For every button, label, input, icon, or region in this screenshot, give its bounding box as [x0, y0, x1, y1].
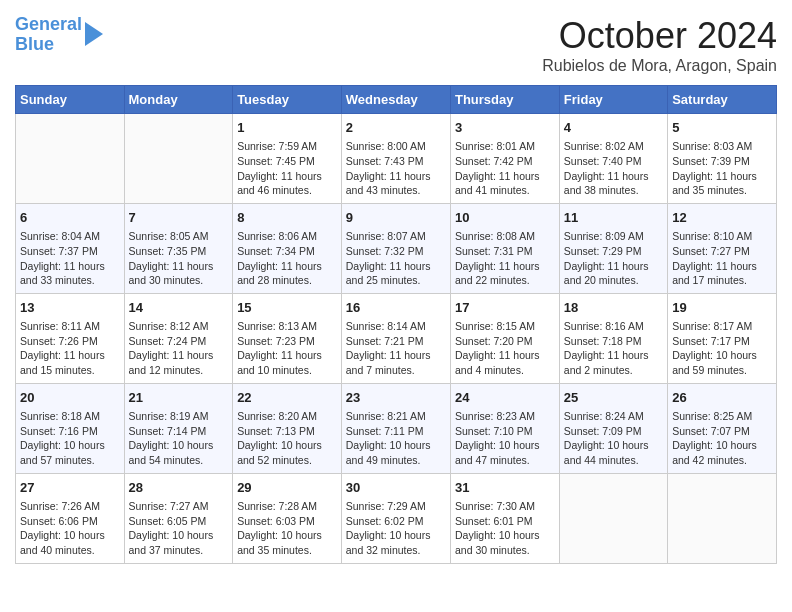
- calendar-day-cell: 23Sunrise: 8:21 AMSunset: 7:11 PMDayligh…: [341, 383, 450, 473]
- logo-general: General: [15, 14, 82, 34]
- day-of-week-header: Tuesday: [233, 86, 342, 114]
- day-detail: Sunrise: 8:03 AMSunset: 7:39 PMDaylight:…: [672, 139, 772, 198]
- day-detail: Sunrise: 8:18 AMSunset: 7:16 PMDaylight:…: [20, 409, 120, 468]
- day-number: 1: [237, 119, 337, 137]
- day-detail: Sunrise: 8:14 AMSunset: 7:21 PMDaylight:…: [346, 319, 446, 378]
- calendar-day-cell: 14Sunrise: 8:12 AMSunset: 7:24 PMDayligh…: [124, 293, 233, 383]
- logo-blue: Blue: [15, 34, 54, 54]
- day-number: 2: [346, 119, 446, 137]
- day-detail: Sunrise: 7:59 AMSunset: 7:45 PMDaylight:…: [237, 139, 337, 198]
- day-number: 13: [20, 299, 120, 317]
- day-number: 21: [129, 389, 229, 407]
- day-number: 18: [564, 299, 663, 317]
- calendar-day-cell: 30Sunrise: 7:29 AMSunset: 6:02 PMDayligh…: [341, 473, 450, 563]
- day-number: 8: [237, 209, 337, 227]
- day-detail: Sunrise: 8:21 AMSunset: 7:11 PMDaylight:…: [346, 409, 446, 468]
- day-detail: Sunrise: 8:17 AMSunset: 7:17 PMDaylight:…: [672, 319, 772, 378]
- day-number: 25: [564, 389, 663, 407]
- day-detail: Sunrise: 8:07 AMSunset: 7:32 PMDaylight:…: [346, 229, 446, 288]
- day-number: 24: [455, 389, 555, 407]
- calendar-day-cell: 8Sunrise: 8:06 AMSunset: 7:34 PMDaylight…: [233, 203, 342, 293]
- day-detail: Sunrise: 8:16 AMSunset: 7:18 PMDaylight:…: [564, 319, 663, 378]
- day-number: 20: [20, 389, 120, 407]
- day-detail: Sunrise: 8:20 AMSunset: 7:13 PMDaylight:…: [237, 409, 337, 468]
- day-number: 30: [346, 479, 446, 497]
- day-number: 6: [20, 209, 120, 227]
- calendar-day-cell: 1Sunrise: 7:59 AMSunset: 7:45 PMDaylight…: [233, 114, 342, 204]
- calendar-day-cell: 21Sunrise: 8:19 AMSunset: 7:14 PMDayligh…: [124, 383, 233, 473]
- calendar-body: 1Sunrise: 7:59 AMSunset: 7:45 PMDaylight…: [16, 114, 777, 564]
- day-number: 29: [237, 479, 337, 497]
- day-detail: Sunrise: 8:00 AMSunset: 7:43 PMDaylight:…: [346, 139, 446, 198]
- day-number: 27: [20, 479, 120, 497]
- day-number: 9: [346, 209, 446, 227]
- calendar-day-cell: 31Sunrise: 7:30 AMSunset: 6:01 PMDayligh…: [450, 473, 559, 563]
- day-detail: Sunrise: 7:26 AMSunset: 6:06 PMDaylight:…: [20, 499, 120, 558]
- logo-arrow-icon: [85, 22, 103, 46]
- calendar-week-row: 20Sunrise: 8:18 AMSunset: 7:16 PMDayligh…: [16, 383, 777, 473]
- day-detail: Sunrise: 8:05 AMSunset: 7:35 PMDaylight:…: [129, 229, 229, 288]
- calendar-header: SundayMondayTuesdayWednesdayThursdayFrid…: [16, 86, 777, 114]
- calendar-day-cell: 15Sunrise: 8:13 AMSunset: 7:23 PMDayligh…: [233, 293, 342, 383]
- calendar-week-row: 6Sunrise: 8:04 AMSunset: 7:37 PMDaylight…: [16, 203, 777, 293]
- day-detail: Sunrise: 8:02 AMSunset: 7:40 PMDaylight:…: [564, 139, 663, 198]
- day-detail: Sunrise: 8:04 AMSunset: 7:37 PMDaylight:…: [20, 229, 120, 288]
- day-number: 7: [129, 209, 229, 227]
- day-of-week-header: Wednesday: [341, 86, 450, 114]
- day-detail: Sunrise: 8:23 AMSunset: 7:10 PMDaylight:…: [455, 409, 555, 468]
- calendar-day-cell: 3Sunrise: 8:01 AMSunset: 7:42 PMDaylight…: [450, 114, 559, 204]
- logo-text: General Blue: [15, 15, 82, 55]
- day-number: 19: [672, 299, 772, 317]
- day-number: 5: [672, 119, 772, 137]
- day-of-week-header: Sunday: [16, 86, 125, 114]
- day-detail: Sunrise: 8:19 AMSunset: 7:14 PMDaylight:…: [129, 409, 229, 468]
- calendar-day-cell: 12Sunrise: 8:10 AMSunset: 7:27 PMDayligh…: [668, 203, 777, 293]
- day-of-week-header: Friday: [559, 86, 667, 114]
- calendar-day-cell: 27Sunrise: 7:26 AMSunset: 6:06 PMDayligh…: [16, 473, 125, 563]
- calendar-day-cell: 7Sunrise: 8:05 AMSunset: 7:35 PMDaylight…: [124, 203, 233, 293]
- calendar-day-cell: 11Sunrise: 8:09 AMSunset: 7:29 PMDayligh…: [559, 203, 667, 293]
- calendar-day-cell: 24Sunrise: 8:23 AMSunset: 7:10 PMDayligh…: [450, 383, 559, 473]
- day-detail: Sunrise: 8:08 AMSunset: 7:31 PMDaylight:…: [455, 229, 555, 288]
- day-of-week-header: Thursday: [450, 86, 559, 114]
- calendar-day-cell: 22Sunrise: 8:20 AMSunset: 7:13 PMDayligh…: [233, 383, 342, 473]
- calendar-day-cell: 18Sunrise: 8:16 AMSunset: 7:18 PMDayligh…: [559, 293, 667, 383]
- day-of-week-header: Saturday: [668, 86, 777, 114]
- day-number: 17: [455, 299, 555, 317]
- days-of-week-row: SundayMondayTuesdayWednesdayThursdayFrid…: [16, 86, 777, 114]
- day-detail: Sunrise: 8:12 AMSunset: 7:24 PMDaylight:…: [129, 319, 229, 378]
- calendar-day-cell: [16, 114, 125, 204]
- logo: General Blue: [15, 15, 103, 55]
- day-detail: Sunrise: 8:06 AMSunset: 7:34 PMDaylight:…: [237, 229, 337, 288]
- day-number: 10: [455, 209, 555, 227]
- day-number: 11: [564, 209, 663, 227]
- day-number: 22: [237, 389, 337, 407]
- calendar-week-row: 13Sunrise: 8:11 AMSunset: 7:26 PMDayligh…: [16, 293, 777, 383]
- day-number: 16: [346, 299, 446, 317]
- calendar-day-cell: 4Sunrise: 8:02 AMSunset: 7:40 PMDaylight…: [559, 114, 667, 204]
- day-number: 14: [129, 299, 229, 317]
- calendar-day-cell: 2Sunrise: 8:00 AMSunset: 7:43 PMDaylight…: [341, 114, 450, 204]
- day-detail: Sunrise: 8:25 AMSunset: 7:07 PMDaylight:…: [672, 409, 772, 468]
- day-detail: Sunrise: 8:24 AMSunset: 7:09 PMDaylight:…: [564, 409, 663, 468]
- day-detail: Sunrise: 8:01 AMSunset: 7:42 PMDaylight:…: [455, 139, 555, 198]
- location-text: Rubielos de Mora, Aragon, Spain: [542, 57, 777, 75]
- calendar-day-cell: 19Sunrise: 8:17 AMSunset: 7:17 PMDayligh…: [668, 293, 777, 383]
- calendar-day-cell: 25Sunrise: 8:24 AMSunset: 7:09 PMDayligh…: [559, 383, 667, 473]
- day-detail: Sunrise: 8:09 AMSunset: 7:29 PMDaylight:…: [564, 229, 663, 288]
- calendar-day-cell: 5Sunrise: 8:03 AMSunset: 7:39 PMDaylight…: [668, 114, 777, 204]
- calendar-day-cell: 28Sunrise: 7:27 AMSunset: 6:05 PMDayligh…: [124, 473, 233, 563]
- day-detail: Sunrise: 8:15 AMSunset: 7:20 PMDaylight:…: [455, 319, 555, 378]
- calendar-day-cell: [668, 473, 777, 563]
- day-number: 3: [455, 119, 555, 137]
- day-number: 28: [129, 479, 229, 497]
- day-detail: Sunrise: 8:10 AMSunset: 7:27 PMDaylight:…: [672, 229, 772, 288]
- day-number: 23: [346, 389, 446, 407]
- calendar-day-cell: 29Sunrise: 7:28 AMSunset: 6:03 PMDayligh…: [233, 473, 342, 563]
- calendar-day-cell: [559, 473, 667, 563]
- calendar-day-cell: 6Sunrise: 8:04 AMSunset: 7:37 PMDaylight…: [16, 203, 125, 293]
- calendar-day-cell: 17Sunrise: 8:15 AMSunset: 7:20 PMDayligh…: [450, 293, 559, 383]
- day-number: 12: [672, 209, 772, 227]
- calendar-day-cell: 16Sunrise: 8:14 AMSunset: 7:21 PMDayligh…: [341, 293, 450, 383]
- calendar-day-cell: 13Sunrise: 8:11 AMSunset: 7:26 PMDayligh…: [16, 293, 125, 383]
